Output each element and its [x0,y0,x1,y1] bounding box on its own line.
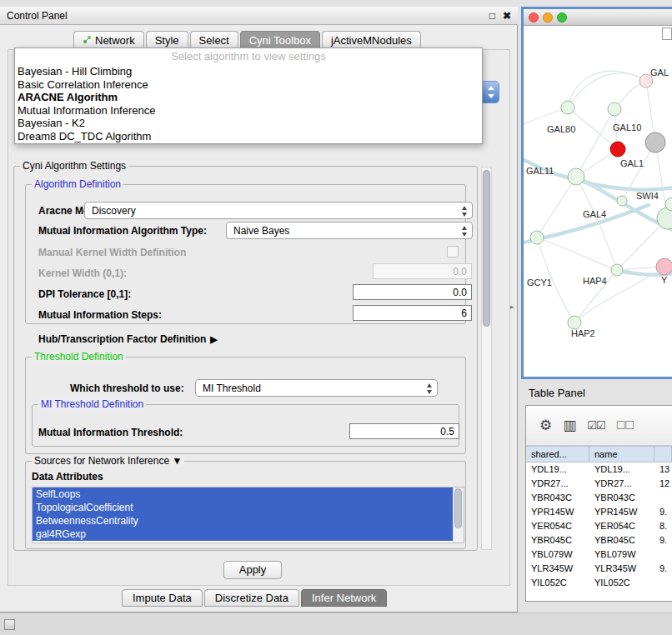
settings-scrollbar[interactable] [481,167,492,550]
network-node-label: GAL1 [620,158,644,168]
hub-definition-label: Hub/Transcription Factor Definition [38,333,206,345]
tab-infer-network[interactable]: Infer Network [301,589,387,607]
network-view-window: GALGAL80GAL10GAL11GAL1SWI4GAL4GCY1HAP4YH… [521,7,672,379]
table-cell: YIL052C [589,576,654,590]
network-edge [537,177,576,238]
attributes-scrollbar[interactable] [453,488,464,542]
network-node-label: HAP2 [571,328,595,338]
tab-style[interactable]: Style [146,31,188,48]
gear-icon[interactable]: ⚙ [539,417,552,434]
tab-select[interactable]: Select [190,31,238,48]
algorithm-dropdown-item[interactable]: Basic Correlation Inference [15,78,482,92]
network-node[interactable] [561,101,574,114]
table-cell: YDR27... [526,477,589,491]
settings-scrollbar-thumb[interactable] [483,170,490,327]
panel-handle-icon[interactable]: ▸ [510,302,514,311]
mi-algorithm-type-select[interactable]: Naive Bayes [226,222,473,239]
sources-toggle[interactable]: Sources for Network Inference ▼ [32,455,184,467]
table-row[interactable]: YBR045CYBR045C9. [526,533,672,548]
table-cell: 9. [654,533,672,548]
apply-button[interactable]: Apply [223,561,282,579]
table-cell: YLR345W [526,562,589,576]
combobox-arrows-icon [461,226,469,237]
close-window-icon[interactable]: ✖ [503,10,511,22]
network-tab-icon [83,32,92,48]
zoom-traffic-light[interactable] [557,12,567,22]
which-threshold-select[interactable]: MI Threshold [195,379,438,397]
collapsed-panel-icon[interactable] [4,619,15,630]
tab-label: Select [199,32,229,48]
table-cell: YER054C [589,519,654,533]
attribute-item[interactable]: gal4RGexp [33,528,453,541]
hub-definition-toggle[interactable]: Hub/Transcription Factor Definition▶ [38,333,218,345]
tab-jactivemnodules[interactable]: jActiveMNodules [322,31,421,48]
table-row[interactable]: YPR145WYPR145W9. [526,505,672,519]
select-all-icon[interactable]: ☑☑ [587,419,604,432]
table-cell: YBR043C [589,491,654,505]
network-canvas[interactable]: GALGAL80GAL10GAL11GAL1SWI4GAL4GCY1HAP4YH… [524,26,672,377]
attributes-scrollbar-thumb[interactable] [454,488,462,528]
network-node[interactable] [568,168,584,185]
algorithm-dropdown-item-selected[interactable]: ARACNE Algorithm [15,91,482,104]
column-header[interactable] [654,447,672,462]
network-node[interactable] [608,102,621,116]
control-panel-tabs: Network Style Select Cyni Toolbox jActiv… [73,31,423,48]
aracne-mode-select[interactable]: Discovery [84,202,473,219]
network-node[interactable] [530,231,544,244]
algorithm-dropdown-item[interactable]: Bayesian - Hill Climbing [15,65,482,78]
table-row[interactable]: YBL079WYBL079W [526,548,672,562]
table-cell: YPR145W [526,505,589,519]
table-row[interactable]: YBR043CYBR043C [526,491,672,505]
algorithm-select-cap[interactable] [482,81,499,103]
network-overview-box[interactable] [662,28,672,40]
tab-impute-data[interactable]: Impute Data [122,589,203,607]
table-row[interactable]: YIL052CYIL052C [526,576,672,590]
network-node[interactable] [617,196,627,206]
minimize-traffic-light[interactable] [543,12,553,22]
table-row[interactable]: YLR345WYLR345W9. [526,562,672,576]
network-window-titlebar[interactable] [524,9,672,26]
tab-discretize-data[interactable]: Discretize Data [204,589,299,607]
which-threshold-value: MI Threshold [203,382,261,395]
network-node[interactable] [610,142,625,157]
attribute-item[interactable]: SelfLoops [33,488,453,501]
network-node-label: GAL11 [526,166,554,176]
network-node-label: GAL10 [613,122,641,132]
table-panel-window: ⚙ ▥ ☑☑ ☐☐ shared... name YDL19...YDL19..… [525,405,672,602]
desktop: Control Panel □ ✖ Network Style Select C… [0,0,672,635]
restore-window-icon[interactable]: □ [489,10,495,22]
table-cell: YBR045C [589,533,654,548]
tab-network[interactable]: Network [73,31,144,48]
network-node[interactable] [568,316,581,329]
network-graph: GALGAL80GAL10GAL11GAL1SWI4GAL4GCY1HAP4YH… [524,26,672,377]
mi-threshold-input[interactable] [349,423,459,439]
table-cell: YIL052C [526,576,589,590]
network-node[interactable] [645,132,665,152]
table-row[interactable]: YER054CYER054C8. [526,519,672,533]
column-header[interactable]: name [589,447,654,462]
table-cell: 8. [654,519,672,533]
network-node[interactable] [656,258,672,275]
control-panel-titlebar[interactable]: Control Panel □ ✖ [0,7,518,25]
mi-steps-input[interactable] [353,305,472,321]
attribute-item[interactable]: TopologicalCoefficient [33,501,453,514]
dpi-tolerance-input[interactable] [353,284,472,300]
network-node[interactable] [611,264,623,276]
tab-cyni-toolbox[interactable]: Cyni Toolbox [240,31,320,48]
algorithm-dropdown-item[interactable]: Bayesian - K2 [15,117,482,130]
algorithm-dropdown-item[interactable]: Mutual Information Inference [15,104,482,118]
table-cell: YPR145W [589,505,654,519]
deselect-all-icon[interactable]: ☐☐ [616,419,634,432]
column-header[interactable]: shared... [526,447,589,462]
algorithm-dropdown: Select algorithm to view settings Bayesi… [14,48,483,144]
algorithm-dropdown-item[interactable]: Dream8 DC_TDC Algorithm [15,130,482,143]
algorithm-definition-title: Algorithm Definition [32,178,123,190]
table-row[interactable]: YDL19...YDL19...13 [526,462,672,477]
attribute-item[interactable]: BetweennessCentrality [33,514,453,528]
collapse-arrow-icon: ▼ [172,455,182,467]
data-attributes-label: Data Attributes [32,471,103,482]
tab-label: Cyni Toolbox [249,32,311,48]
table-row[interactable]: YDR27...YDR27...12 [526,477,672,491]
columns-icon[interactable]: ▥ [563,417,576,434]
close-traffic-light[interactable] [529,12,539,22]
